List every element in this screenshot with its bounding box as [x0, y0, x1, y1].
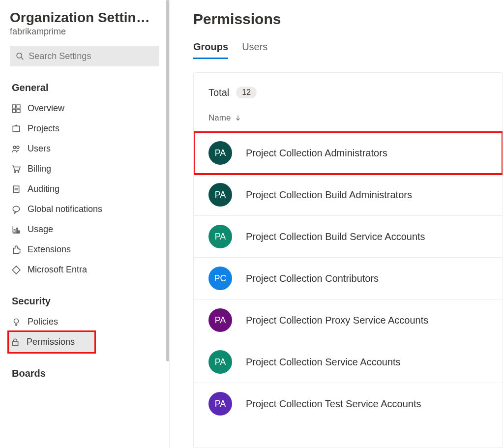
- svg-marker-20: [12, 266, 20, 274]
- sidebar-item-projects[interactable]: Projects: [10, 119, 159, 139]
- sidebar-item-usage[interactable]: Usage: [10, 219, 159, 239]
- svg-rect-17: [14, 230, 15, 233]
- sidebar-item-microsoft-entra[interactable]: Microsoft Entra: [10, 260, 159, 280]
- sidebar-item-label: Extensions: [28, 244, 71, 255]
- search-icon: [16, 52, 24, 60]
- grid-icon: [12, 104, 21, 113]
- users-icon: [12, 145, 21, 153]
- group-avatar: PA: [208, 141, 232, 165]
- sidebar-item-label: Billing: [28, 164, 51, 174]
- group-name: Project Collection Test Service Accounts: [246, 398, 421, 410]
- groups-list: PAProject Collection AdministratorsPAPro…: [194, 132, 503, 424]
- bell-icon: [12, 205, 21, 214]
- lock-icon: [11, 338, 20, 347]
- group-row[interactable]: PAProject Collection Administrators: [194, 132, 503, 174]
- tab-users[interactable]: Users: [242, 41, 267, 59]
- sidebar-item-overview[interactable]: Overview: [10, 98, 159, 119]
- sidebar-item-label: Permissions: [27, 337, 75, 347]
- org-settings-title: Organization Settin…: [10, 10, 159, 26]
- group-name: Project Collection Administrators: [246, 148, 387, 159]
- group-avatar: PA: [208, 183, 232, 207]
- sidebar-item-extensions[interactable]: Extensions: [10, 239, 159, 260]
- sidebar-item-label: Policies: [28, 317, 58, 327]
- group-row[interactable]: PAProject Collection Build Administrator…: [194, 174, 503, 216]
- column-header-label: Name: [208, 113, 231, 123]
- svg-rect-19: [19, 231, 20, 233]
- chart-icon: [12, 225, 21, 234]
- total-count-badge: 12: [236, 87, 257, 98]
- section-general-header: General: [10, 82, 159, 93]
- svg-point-10: [18, 171, 19, 172]
- tab-groups[interactable]: Groups: [193, 41, 228, 59]
- page-title: Permissions: [193, 11, 503, 28]
- sidebar-item-policies[interactable]: Policies: [10, 312, 159, 332]
- svg-rect-6: [13, 126, 20, 131]
- search-settings-box[interactable]: [10, 46, 159, 66]
- main-content: Permissions Groups Users Total 12 Name P…: [170, 0, 503, 448]
- sidebar-item-label: Projects: [28, 123, 59, 134]
- total-label: Total: [208, 87, 229, 98]
- svg-point-7: [13, 146, 16, 149]
- svg-line-1: [21, 58, 23, 60]
- sidebar-item-auditing[interactable]: Auditing: [10, 179, 159, 199]
- sidebar-item-label: Microsoft Entra: [28, 265, 87, 275]
- group-name: Project Collection Service Accounts: [246, 357, 401, 368]
- group-row[interactable]: PAProject Collection Test Service Accoun…: [194, 383, 503, 424]
- group-name: Project Collection Proxy Service Account…: [246, 315, 428, 326]
- sidebar-item-global-notifications[interactable]: Global notifications: [10, 199, 159, 219]
- groups-card: Total 12 Name PAProject Collection Admin…: [193, 72, 503, 448]
- entra-icon: [12, 266, 21, 274]
- sidebar-scrollbar-thumb[interactable]: [166, 0, 169, 361]
- group-name: Project Collection Build Administrators: [246, 189, 412, 201]
- app-layout: Organization Settin… fabrikamprime Gener…: [0, 0, 503, 448]
- sidebar-item-label: Auditing: [28, 184, 59, 194]
- svg-rect-4: [12, 109, 16, 113]
- sidebar-item-label: Overview: [28, 103, 64, 114]
- svg-rect-18: [16, 228, 17, 233]
- svg-point-9: [15, 171, 16, 172]
- section-security-header: Security: [10, 296, 159, 307]
- section-boards-header: Boards: [10, 368, 159, 379]
- sidebar-item-permissions[interactable]: Permissions: [9, 332, 94, 352]
- svg-rect-11: [13, 186, 19, 193]
- sidebar-item-label: Global notifications: [28, 204, 102, 214]
- svg-rect-5: [17, 109, 20, 113]
- svg-point-21: [14, 319, 19, 323]
- svg-rect-24: [12, 341, 18, 345]
- group-row[interactable]: PAProject Collection Proxy Service Accou…: [194, 299, 503, 341]
- sidebar: Organization Settin… fabrikamprime Gener…: [0, 0, 170, 448]
- group-avatar: PC: [208, 267, 232, 290]
- svg-rect-2: [12, 105, 16, 108]
- sidebar-item-label: Usage: [28, 224, 53, 235]
- group-avatar: PA: [208, 225, 232, 248]
- group-avatar: PA: [208, 350, 232, 374]
- sidebar-item-billing[interactable]: Billing: [10, 159, 159, 179]
- column-header-name[interactable]: Name: [208, 113, 488, 123]
- svg-rect-3: [17, 105, 20, 108]
- group-name: Project Collection Build Service Account…: [246, 231, 425, 242]
- group-avatar: PA: [208, 392, 232, 416]
- puzzle-icon: [12, 245, 21, 254]
- sort-down-icon: [235, 115, 241, 121]
- org-name-subtitle: fabrikamprime: [10, 27, 159, 37]
- group-row[interactable]: PAProject Collection Build Service Accou…: [194, 216, 503, 258]
- sidebar-item-users[interactable]: Users: [10, 139, 159, 159]
- tabs: Groups Users: [193, 41, 503, 60]
- group-row[interactable]: PCProject Collection Contributors: [194, 258, 503, 299]
- svg-point-0: [17, 53, 22, 58]
- clipboard-icon: [12, 185, 21, 194]
- group-row[interactable]: PAProject Collection Service Accounts: [194, 341, 503, 383]
- group-name: Project Collection Contributors: [246, 273, 379, 284]
- svg-point-14: [13, 206, 20, 211]
- cart-icon: [12, 165, 21, 174]
- search-settings-input[interactable]: [29, 51, 153, 61]
- svg-point-8: [17, 146, 19, 149]
- group-avatar: PA: [208, 308, 232, 332]
- projects-icon: [12, 124, 21, 133]
- bulb-icon: [12, 318, 21, 327]
- sidebar-item-label: Users: [28, 144, 51, 154]
